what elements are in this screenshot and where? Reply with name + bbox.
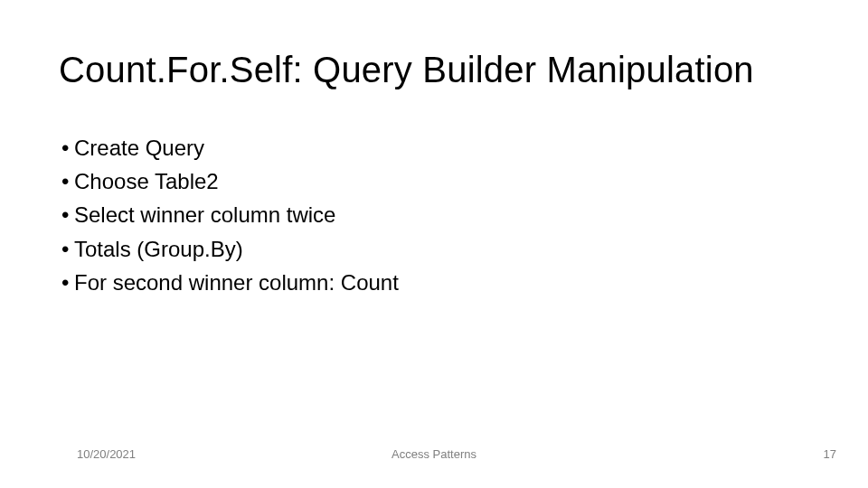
bullet-text: Totals (Group.By) [74,237,243,261]
bullet-text: Create Query [74,136,204,160]
list-item: •Choose Table2 [61,164,399,198]
list-item: •For second winner column: Count [61,266,399,299]
bullet-icon: • [61,131,74,164]
footer-page-number: 17 [824,447,836,461]
bullet-icon: • [61,232,74,266]
bullet-icon: • [61,266,74,299]
bullet-text: Select winner column twice [74,202,335,227]
slide-footer: 10/20/2021 Access Patterns 17 [0,443,868,461]
bullet-icon: • [61,164,74,198]
slide-title: Count.For.Self: Query Builder Manipulati… [59,50,754,89]
bullet-icon: • [61,198,74,231]
bullet-text: For second winner column: Count [74,270,399,295]
list-item: •Create Query [61,131,399,164]
slide: Count.For.Self: Query Builder Manipulati… [0,0,868,488]
bullet-text: Choose Table2 [74,169,219,193]
list-item: •Select winner column twice [61,198,399,231]
bullet-list: •Create Query •Choose Table2 •Select win… [61,131,399,299]
list-item: •Totals (Group.By) [61,232,399,266]
footer-title: Access Patterns [0,447,868,461]
